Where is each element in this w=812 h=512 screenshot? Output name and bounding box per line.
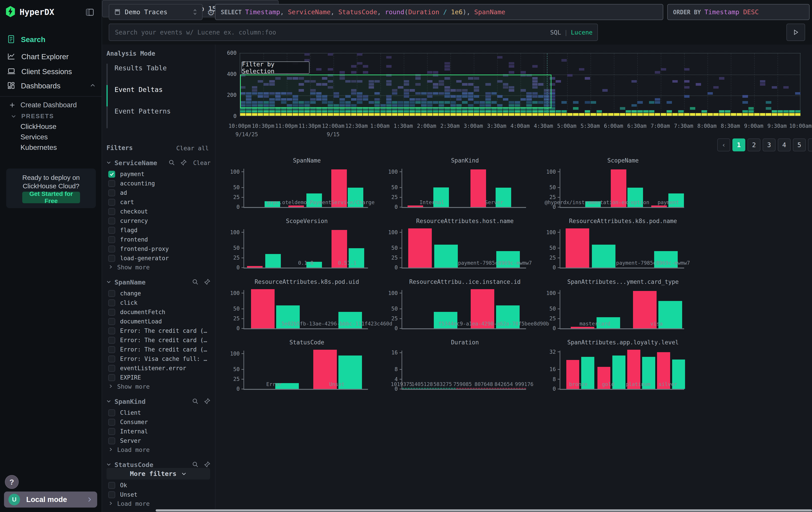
pin-icon[interactable]: [204, 398, 210, 405]
events-heatmap[interactable]: Filter by Selection: [240, 53, 801, 116]
search-icon[interactable]: [168, 159, 175, 167]
sql-mode-button[interactable]: SQL: [550, 29, 561, 36]
checkbox[interactable]: [108, 299, 115, 306]
lucene-mode-button[interactable]: Lucene: [571, 29, 592, 36]
filter-option-flagd[interactable]: flagd: [108, 226, 137, 235]
filter-option-error-visa-cache-full-[interactable]: Error: Visa cache full: …: [108, 354, 207, 363]
filter-option-eventlistener-error[interactable]: eventListener.error: [108, 364, 186, 373]
checkbox[interactable]: [108, 374, 115, 381]
filter-option-documentfetch[interactable]: documentFetch: [108, 308, 166, 317]
filter-option-error-the-credit-card-[interactable]: Error: The credit card (…: [108, 326, 207, 335]
checkbox[interactable]: [108, 290, 115, 297]
page-button-4[interactable]: 4: [778, 138, 791, 152]
checkbox[interactable]: [108, 337, 115, 344]
load-more-button[interactable]: Load more: [108, 500, 150, 508]
page-next-button[interactable]: ›: [808, 138, 812, 152]
pin-icon[interactable]: [204, 461, 210, 468]
sidebar-item-search[interactable]: Search: [0, 34, 102, 46]
checkbox[interactable]: [108, 227, 115, 234]
filter-option-payment[interactable]: payment: [108, 170, 145, 179]
show-more-button[interactable]: Show more: [108, 382, 150, 390]
filter-option-ad[interactable]: ad: [108, 188, 127, 197]
sidebar-item-chart-explorer[interactable]: Chart Explorer: [0, 51, 102, 62]
search-input[interactable]: [109, 24, 598, 41]
horizontal-scrollbar[interactable]: [156, 509, 812, 512]
checkbox[interactable]: [108, 491, 115, 498]
checkbox[interactable]: [108, 189, 115, 196]
filter-option-unset[interactable]: Unset: [108, 490, 137, 499]
filter-option-error-the-credit-card-[interactable]: Error: The credit card (…: [108, 336, 207, 345]
search-icon[interactable]: [192, 461, 199, 468]
more-filters-button[interactable]: More filters: [107, 468, 210, 480]
filter-option-consumer[interactable]: Consumer: [108, 417, 148, 427]
checkbox[interactable]: [108, 428, 115, 435]
checkbox[interactable]: [108, 199, 115, 206]
filter-group-header-spankind[interactable]: SpanKind: [106, 397, 210, 406]
run-query-button[interactable]: [786, 24, 805, 41]
checkbox[interactable]: [108, 309, 115, 316]
checkbox[interactable]: [108, 318, 115, 325]
create-dashboard-button[interactable]: Create Dashboard: [0, 100, 102, 110]
checkbox[interactable]: [108, 255, 115, 262]
help-button[interactable]: ?: [5, 475, 19, 489]
local-mode-button[interactable]: U Local mode: [4, 491, 97, 508]
filter-option-cart[interactable]: cart: [108, 198, 134, 207]
presets-toggle[interactable]: PRESETS: [0, 111, 102, 121]
checkbox-checked[interactable]: [108, 171, 115, 178]
source-select[interactable]: Demo Traces: [109, 4, 203, 20]
filter-option-load-generator[interactable]: load-generator: [108, 254, 169, 263]
load-more-button[interactable]: Load more: [108, 446, 150, 454]
filter-option-currency[interactable]: currency: [108, 216, 148, 225]
checkbox[interactable]: [108, 419, 115, 426]
checkbox[interactable]: [108, 217, 115, 224]
filter-option-change[interactable]: change: [108, 289, 141, 298]
page-button-2[interactable]: 2: [748, 138, 760, 152]
preset-item-clickhouse[interactable]: ClickHouse: [0, 122, 102, 131]
checkbox[interactable]: [108, 236, 115, 243]
checkbox[interactable]: [108, 180, 115, 187]
checkbox[interactable]: [108, 409, 115, 416]
filter-option-click[interactable]: click: [108, 298, 137, 307]
search-icon[interactable]: [192, 398, 199, 405]
filter-option-documentload[interactable]: documentLoad: [108, 317, 162, 326]
preset-item-services[interactable]: Services: [0, 132, 102, 142]
filter-by-selection-button[interactable]: Filter by Selection: [241, 61, 310, 74]
heatmap-selection-box[interactable]: [240, 75, 551, 108]
sidebar-collapse-icon[interactable]: [85, 7, 94, 18]
page-button-3[interactable]: 3: [763, 138, 776, 152]
checkbox[interactable]: [108, 346, 115, 353]
filter-option-expire[interactable]: EXPIRE: [108, 373, 141, 382]
filter-option-accounting[interactable]: accounting: [108, 179, 155, 188]
clear-group-button[interactable]: Clear: [193, 160, 210, 166]
pin-icon[interactable]: [180, 159, 187, 167]
filter-group-header-servicename[interactable]: ServiceNameClear: [106, 158, 210, 168]
page-button-1[interactable]: 1: [732, 138, 745, 152]
get-started-button[interactable]: Get Started for Free: [22, 192, 80, 203]
checkbox[interactable]: [108, 482, 115, 489]
checkbox[interactable]: [108, 437, 115, 444]
filter-option-frontend-proxy[interactable]: frontend-proxy: [108, 244, 169, 253]
clear-all-button[interactable]: Clear all: [176, 145, 209, 152]
page-button-5[interactable]: 5: [793, 138, 806, 152]
preset-item-kubernetes[interactable]: Kubernetes: [0, 142, 102, 152]
filter-option-server[interactable]: Server: [108, 436, 141, 445]
filter-option-checkout[interactable]: checkout: [108, 207, 148, 216]
sql-select-input[interactable]: SELECT Timestamp, ServiceName, StatusCod…: [215, 4, 663, 20]
filter-option-client[interactable]: Client: [108, 408, 141, 417]
filter-option-error-the-credit-card-[interactable]: Error: The credit card (…: [108, 345, 207, 354]
checkbox[interactable]: [108, 355, 115, 362]
show-more-button[interactable]: Show more: [108, 263, 150, 271]
filter-option-ok[interactable]: Ok: [108, 481, 127, 490]
search-icon[interactable]: [192, 278, 199, 286]
pin-icon[interactable]: [204, 278, 210, 286]
page-prev-button[interactable]: ‹: [717, 138, 730, 152]
order-by-input[interactable]: ORDER BY Timestamp DESC: [667, 4, 810, 20]
checkbox[interactable]: [108, 365, 115, 372]
checkbox[interactable]: [108, 327, 115, 334]
checkbox[interactable]: [108, 246, 115, 252]
checkbox[interactable]: [108, 208, 115, 215]
filter-option-frontend[interactable]: frontend: [108, 235, 148, 244]
analysis-mode-event-patterns[interactable]: Event Patterns: [115, 107, 171, 115]
gear-icon[interactable]: ⚙: [206, 7, 216, 17]
analysis-mode-event-deltas[interactable]: Event Deltas: [115, 86, 163, 93]
